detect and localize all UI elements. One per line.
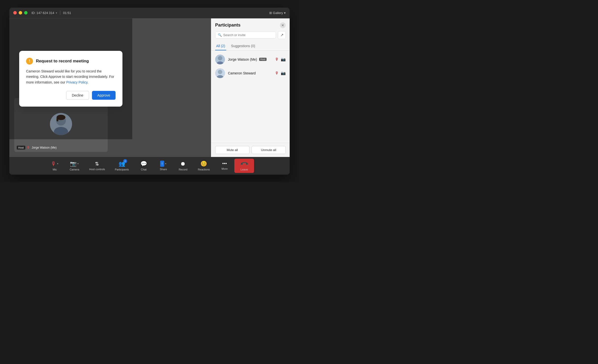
participant-info: Jorge Watson (Me) Host <box>228 57 272 61</box>
reactions-icon-area: 😊 <box>200 161 207 167</box>
modal-header: ! Request to record meeting <box>26 58 116 65</box>
tabs: All (2) Suggestions (0) <box>211 42 290 51</box>
decline-button[interactable]: Decline <box>66 91 89 100</box>
share-icon-area: ↑ ▲ <box>160 161 167 167</box>
host-controls-icon: ⇅ <box>95 161 99 167</box>
modal-overlay: ! Request to record meeting Cameron Stew… <box>9 18 132 139</box>
modal-buttons: Decline Approve <box>26 91 116 100</box>
search-input[interactable] <box>223 33 273 37</box>
record-label: Record <box>179 168 187 171</box>
tab-all[interactable]: All (2) <box>215 42 226 50</box>
gallery-button[interactable]: ⊞ Gallery ▾ <box>269 11 286 15</box>
approve-button[interactable]: Approve <box>92 91 116 100</box>
mic-label: Mic <box>53 168 57 171</box>
muted-cam-icon: 📷 <box>281 71 286 75</box>
chevron-up-icon: ▲ <box>57 162 59 165</box>
mute-all-button[interactable]: Mute all <box>215 146 250 154</box>
svg-point-6 <box>218 56 222 60</box>
title-bar: ID: 147 624 314 ▾ 01:51 ⊞ Gallery ▾ <box>9 8 290 18</box>
reactions-label: Reactions <box>198 168 210 171</box>
invite-share-button[interactable]: ↗ <box>278 31 286 39</box>
chat-label: Chat <box>141 168 147 171</box>
chevron-down-icon[interactable]: ▾ <box>56 12 57 14</box>
share-label: Share <box>160 168 167 171</box>
host-controls-button[interactable]: ⇅ Host controls <box>84 159 110 173</box>
participant-icons: 🎙 📷 <box>275 57 286 62</box>
muted-mic-icon: 🎙 <box>27 146 30 150</box>
leave-button[interactable]: 📞 Leave <box>234 159 254 173</box>
search-input-wrapper: 🔍 <box>215 31 276 39</box>
close-traffic-light[interactable] <box>13 11 17 14</box>
participant-name: Cameron Steward <box>228 71 272 75</box>
participants-label: Participants <box>115 168 129 171</box>
meeting-timer: 01:51 <box>63 11 71 15</box>
participant-name: Jorge Watson (Me) Host <box>228 57 272 61</box>
unmute-all-button[interactable]: Unmute all <box>252 146 286 154</box>
participants-badge: 2 <box>123 159 127 163</box>
search-container: 🔍 ↗ <box>211 28 290 42</box>
more-button[interactable]: ••• More <box>215 159 234 172</box>
participant-icons: 🎙 📷 <box>275 71 286 75</box>
mic-button[interactable]: 🎙 ▲ Mic <box>45 159 65 173</box>
host-tag: Host <box>259 58 267 61</box>
svg-point-11 <box>219 70 221 73</box>
chevron-down-icon: ▾ <box>284 11 286 15</box>
share-icon: ↑ <box>160 161 164 167</box>
reactions-button[interactable]: 😊 Reactions <box>193 159 215 173</box>
share-icon: ↗ <box>280 33 284 37</box>
meeting-id: ID: 147 624 314 ▾ <box>31 11 57 15</box>
chevron-up-icon: ▲ <box>77 162 79 165</box>
video-participant-name: Jorge Watson (Me) <box>32 146 57 149</box>
muted-mic-icon: 🎙 <box>275 57 279 62</box>
more-label: More <box>222 167 228 170</box>
chat-icon: 💬 <box>140 161 147 167</box>
host-controls-label: Host controls <box>89 168 105 171</box>
toolbar: 🎙 ▲ Mic 📷 ▲ Camera ⇅ Host controls 👥 2 <box>9 157 290 175</box>
fullscreen-traffic-light[interactable] <box>24 11 28 14</box>
modal-body: Cameron Steward would like for you to re… <box>26 69 116 85</box>
separator <box>60 11 60 15</box>
record-button[interactable]: ⏺ Record <box>173 159 193 173</box>
participants-icon-area: 👥 2 <box>119 161 125 167</box>
video-area: Host 🎙 Jorge Watson (Me) ! Request to re… <box>9 18 211 157</box>
traffic-lights <box>13 11 28 14</box>
muted-cam-icon: 📷 <box>281 57 286 62</box>
camera-button[interactable]: 📷 ▲ Camera <box>65 159 84 173</box>
warning-icon: ! <box>26 58 33 65</box>
participant-info: Cameron Steward <box>228 71 272 75</box>
participant-row: Cameron Steward 🎙 📷 <box>211 66 290 80</box>
tab-suggestions[interactable]: Suggestions (0) <box>230 42 256 50</box>
sidebar-title: Participants <box>215 23 240 28</box>
gallery-icon: ⊞ <box>269 11 272 15</box>
mic-icon-area: 🎙 ▲ <box>51 161 59 167</box>
leave-icon-area: 📞 <box>241 161 248 167</box>
participants-button[interactable]: 👥 2 Participants <box>110 159 134 173</box>
camera-icon-area: 📷 ▲ <box>70 161 79 167</box>
video-label: Host 🎙 Jorge Watson (Me) <box>17 146 57 150</box>
reactions-icon: 😊 <box>200 161 207 167</box>
share-button[interactable]: ↑ ▲ Share <box>153 159 173 173</box>
mic-icon: 🎙 <box>51 161 56 167</box>
privacy-policy-link[interactable]: Privacy Policy <box>66 80 87 84</box>
close-sidebar-button[interactable]: ✕ <box>280 22 286 28</box>
chevron-up-icon: ▲ <box>165 162 167 165</box>
search-icon: 🔍 <box>218 33 222 37</box>
more-icon: ••• <box>222 161 227 166</box>
participant-row: Jorge Watson (Me) Host 🎙 📷 <box>211 53 290 66</box>
minimize-traffic-light[interactable] <box>19 11 22 14</box>
camera-label: Camera <box>70 168 79 171</box>
phone-end-icon: 📞 <box>240 159 249 168</box>
host-controls-icon-area: ⇅ <box>95 161 99 167</box>
sidebar-footer: Mute all Unmute all <box>211 143 290 157</box>
participants-list: Jorge Watson (Me) Host 🎙 📷 <box>211 51 290 143</box>
muted-mic-icon: 🎙 <box>275 71 279 75</box>
chat-button[interactable]: 💬 Chat <box>134 159 153 173</box>
main-content: Host 🎙 Jorge Watson (Me) ! Request to re… <box>9 18 290 157</box>
participants-panel: Participants ✕ 🔍 ↗ All (2) Suggestions (… <box>211 18 290 157</box>
sidebar-header: Participants ✕ <box>211 18 290 28</box>
avatar <box>215 68 225 78</box>
record-icon: ⏺ <box>180 161 186 167</box>
modal-title: Request to record meeting <box>36 59 89 64</box>
avatar <box>215 55 225 64</box>
record-request-modal: ! Request to record meeting Cameron Stew… <box>19 51 122 107</box>
